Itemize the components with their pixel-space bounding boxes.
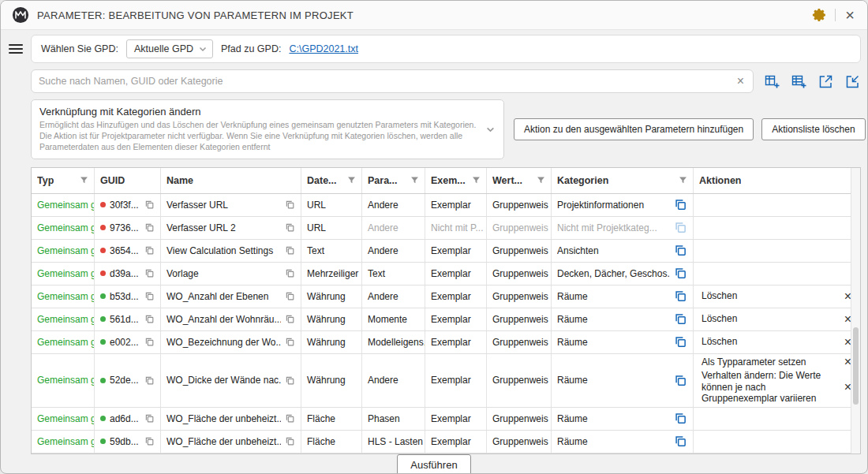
table-row[interactable]: Gemeinsam genutztb53d...WO_Anzahl der Eb… [32,286,860,308]
copy-guid-icon[interactable] [144,436,155,446]
copy-name-icon[interactable] [285,436,295,446]
kategorien-text: Räume [557,314,670,325]
copy-name-icon[interactable] [285,245,295,256]
cell-typ: Gemeinsam genutzt [32,408,95,430]
run-button[interactable]: Ausführen [397,454,470,473]
copy-guid-icon[interactable] [144,268,155,278]
add-action-button[interactable]: Aktion zu den ausgewählten Parametern hi… [514,118,754,140]
scrollbar-thumb[interactable] [853,327,859,405]
vertical-scrollbar[interactable] [851,168,860,453]
status-dot-green [100,378,106,383]
action-item: Verhalten ändern: Die Werte können je na… [702,370,854,405]
copy-name-icon[interactable] [285,314,295,324]
copy-kategorien-icon[interactable] [674,335,687,349]
table-row[interactable]: Gemeinsam genutzt59db...WO_Fläche der un… [32,431,860,453]
copy-name-icon[interactable] [285,337,295,347]
copy-name-icon[interactable] [285,200,295,210]
copy-guid-icon[interactable] [144,245,155,256]
copy-guid-icon[interactable] [144,413,155,424]
gpd-path-link[interactable]: C:\GPD2021.txt [289,43,358,54]
guid-text: ad6d... [110,413,140,424]
copy-guid-icon[interactable] [144,337,155,347]
cell-exemplar: Exemplar [425,286,487,308]
name-text: WO_Fläche der unbeheizt... [166,436,281,447]
column-header-name[interactable]: Name [161,168,301,193]
copy-name-icon[interactable] [285,222,295,233]
copy-guid-icon[interactable] [144,200,155,210]
gpd-dropdown[interactable]: Aktuelle GPD [126,39,213,58]
filter-funnel-icon[interactable] [537,176,545,185]
filter-funnel-icon[interactable] [472,176,481,185]
menu-hamburger-icon[interactable] [7,35,31,63]
copy-name-icon[interactable] [285,291,295,301]
cell-parametergruppe: Phasen [362,408,425,430]
search-box[interactable]: × [31,69,754,93]
settings-gear-icon[interactable] [811,7,827,23]
cell-kategorien: Räume [552,408,694,430]
copy-guid-icon[interactable] [144,314,155,324]
copy-guid-icon[interactable] [144,375,155,386]
column-header-datentyp[interactable]: Date... [301,168,362,193]
table-row[interactable]: Gemeinsam genutzt52de...WO_Dicke der Wän… [32,354,860,408]
copy-name-icon[interactable] [285,413,295,424]
cell-typ: Gemeinsam genutzt [32,263,95,285]
column-header-kategorien[interactable]: Kategorien [552,168,694,193]
column-header-typ[interactable]: Typ [32,168,95,193]
cell-name: Vorlage [161,263,301,285]
filter-funnel-icon[interactable] [80,176,88,185]
column-header-label: Wert... [492,175,522,186]
filter-funnel-icon[interactable] [410,176,419,185]
add-parameter-icon[interactable] [764,73,780,90]
cell-guid: 52de... [95,354,161,407]
table-row[interactable]: Gemeinsam genutztd39a...VorlageMehrzeili… [32,263,860,286]
copy-kategorien-icon[interactable] [674,412,687,425]
status-dot-green [100,339,106,345]
copy-kategorien-icon[interactable] [674,312,687,326]
cell-wertegruppe: Gruppenweis [487,431,552,453]
column-header-aktionen[interactable]: Aktionen [694,168,860,193]
table-row[interactable]: Gemeinsam genutzt30f3f...Verfasser URLUR… [32,194,860,217]
copy-kategorien-icon[interactable] [674,198,687,211]
filter-funnel-icon[interactable] [679,176,687,185]
export-parameters-icon[interactable] [817,73,834,90]
copy-kategorien-icon[interactable] [674,289,687,303]
cell-name: Verfasser URL [161,194,301,216]
window-content: Wählen Sie GPD: Aktuelle GPD Pfad zu GPD… [1,30,867,473]
column-header-guid[interactable]: GUID [95,168,161,193]
copy-name-icon[interactable] [285,268,295,278]
clear-actions-button[interactable]: Aktionsliste löschen [761,118,865,140]
column-header-exemplar[interactable]: Exem... [425,168,487,193]
table-row[interactable]: Gemeinsam genutzte002...WO_Bezeichnung d… [32,331,860,354]
guid-text: 561d... [110,314,140,325]
action-type-dropdown[interactable]: Verknüpfung mit Kategorien ändern Ermögl… [31,99,504,159]
copy-kategorien-icon[interactable] [674,435,687,448]
cell-parametergruppe: Andere [362,286,425,308]
name-text: WO_Bezeichnung der Wo... [166,337,281,348]
copy-kategorien-icon[interactable] [674,374,687,387]
import-parameters-icon[interactable] [844,73,861,90]
copy-guid-icon[interactable] [144,291,155,301]
cell-kategorien: Projektinformationen [552,194,694,216]
cell-wertegruppe: Gruppenweis [487,263,552,285]
column-header-wertegruppe[interactable]: Wert... [487,168,552,193]
copy-kategorien-icon[interactable] [674,244,687,257]
cell-parametergruppe: Andere [362,240,425,262]
table-row[interactable]: Gemeinsam genutztad6d...WO_Fläche der un… [32,408,860,431]
cell-parametergruppe: Momente [362,308,425,330]
cell-aktionen [694,217,860,239]
filter-funnel-icon[interactable] [347,176,356,185]
copy-guid-icon[interactable] [144,222,155,233]
name-text: Verfasser URL 2 [166,222,281,233]
copy-kategorien-icon[interactable] [674,221,687,234]
table-row[interactable]: Gemeinsam genutzt561d...WO_Anzahl der Wo… [32,308,860,331]
copy-name-icon[interactable] [285,375,295,386]
close-icon[interactable]: × [844,7,856,23]
table-row[interactable]: Gemeinsam genutzt9736...Verfasser URL 2U… [32,217,860,240]
clear-search-icon[interactable]: × [735,75,746,88]
copy-kategorien-icon[interactable] [674,267,687,280]
gpd-path-label: Pfad zu GPD: [221,43,281,54]
add-parameters-table-icon[interactable] [791,73,807,90]
search-input[interactable] [39,76,735,87]
column-header-parametergruppe[interactable]: Para... [362,168,425,193]
table-row[interactable]: Gemeinsam genutzt3654...View Calculation… [32,240,860,263]
